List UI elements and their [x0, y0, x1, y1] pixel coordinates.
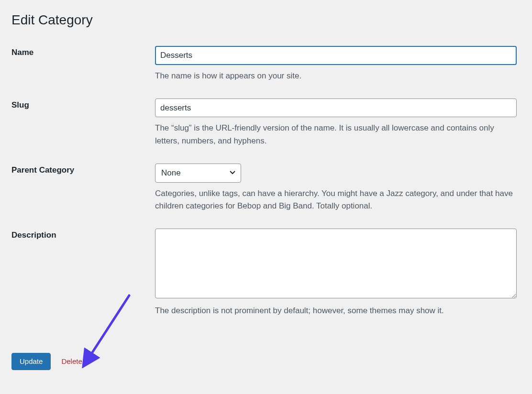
- delete-link[interactable]: Delete: [61, 357, 82, 365]
- name-help: The name is how it appears on your site.: [155, 70, 514, 82]
- update-button[interactable]: Update: [11, 353, 51, 370]
- name-label: Name: [11, 48, 33, 57]
- parent-category-label: Parent Category: [11, 165, 74, 175]
- parent-category-select[interactable]: None: [155, 164, 241, 183]
- page-title: Edit Category: [11, 12, 521, 28]
- description-label: Description: [11, 230, 56, 240]
- description-help: The description is not prominent by defa…: [155, 305, 514, 317]
- description-textarea[interactable]: [155, 229, 517, 298]
- slug-help: The “slug” is the URL-friendly version o…: [155, 122, 514, 147]
- slug-input[interactable]: [155, 98, 517, 118]
- name-input[interactable]: [155, 46, 517, 65]
- slug-label: Slug: [11, 100, 29, 109]
- parent-category-help: Categories, unlike tags, can have a hier…: [155, 187, 514, 213]
